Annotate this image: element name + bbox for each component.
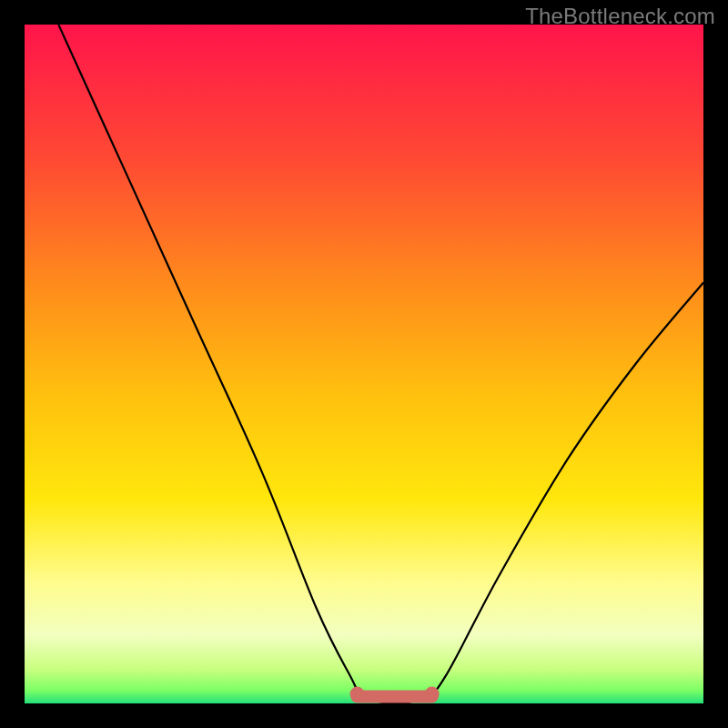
svg-point-1 <box>350 687 365 702</box>
svg-point-2 <box>425 687 440 702</box>
chart-frame: TheBottleneck.com <box>0 0 728 728</box>
chart-svg <box>25 25 703 703</box>
highlight-band <box>350 687 440 702</box>
plot-area <box>25 25 703 703</box>
curve-path <box>58 25 703 703</box>
watermark-text: TheBottleneck.com <box>525 4 715 29</box>
